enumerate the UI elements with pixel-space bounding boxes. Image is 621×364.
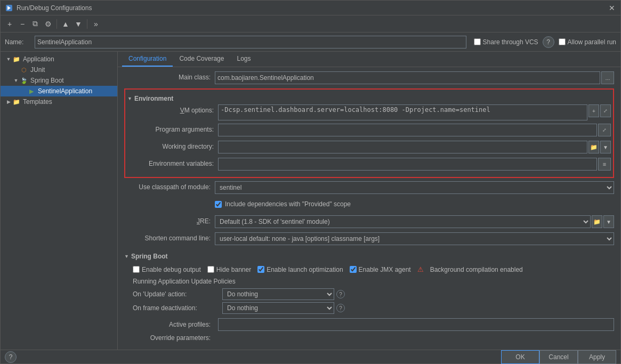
jre-select[interactable]: Default (1.8 - SDK of 'sentinel' module) (215, 215, 591, 228)
vm-options-fullscreen-button[interactable]: ⤢ (600, 104, 611, 117)
arrow-templates: ▶ (5, 99, 12, 104)
tab-logs[interactable]: Logs (230, 52, 257, 67)
debug-output-checkbox[interactable] (133, 266, 140, 273)
sidebar-item-templates[interactable]: ▶ 📁 Templates (1, 96, 117, 107)
cancel-button[interactable]: Cancel (539, 350, 578, 364)
vm-options-input[interactable]: -Dcsp.sentinel.dashboard.server=localhos… (218, 104, 587, 120)
close-button[interactable]: ✕ (608, 4, 616, 12)
arrow-application: ▼ (5, 56, 12, 62)
main-content: ▼ 📁 Application ⬡ JUnit ▼ 🍃 Spring Boot (1, 52, 620, 350)
frame-deactivation-help-icon[interactable]: ? (336, 304, 345, 312)
shorten-cmd-label: Shorten command line: (124, 232, 215, 242)
title-bar: Run/Debug Configurations ✕ (1, 1, 620, 15)
vm-options-control: -Dcsp.sentinel.dashboard.server=localhos… (218, 104, 611, 120)
main-class-label: Main class: (124, 71, 215, 81)
classpath-label: Use classpath of module: (124, 181, 215, 191)
sidebar-item-sentinel[interactable]: ▶ SentinelApplication (1, 86, 117, 96)
debug-output-label: Enable debug output (142, 266, 201, 273)
vm-options-row: VM options: -Dcsp.sentinel.dashboard.ser… (127, 104, 611, 120)
include-deps-checkbox[interactable] (215, 201, 222, 208)
jmx-agent-option[interactable]: Enable JMX agent (350, 266, 411, 273)
settings-button[interactable]: ⚙ (42, 18, 54, 30)
environment-header[interactable]: ▼ Environment (127, 92, 611, 104)
launch-opt-option[interactable]: Enable launch optimization (257, 266, 343, 273)
help-button[interactable]: ? (5, 351, 17, 363)
main-class-row: Main class: ... (124, 71, 614, 85)
include-deps-control: Include dependencies with "Provided" sco… (215, 200, 614, 208)
share-vcs-checkbox[interactable] (474, 38, 481, 45)
sidebar-item-junit[interactable]: ⬡ JUnit (1, 64, 117, 75)
frame-deactivation-select[interactable]: Do nothing (222, 302, 334, 314)
working-dir-folder-button[interactable]: 📁 (588, 141, 599, 153)
program-args-label: Program arguments: (127, 124, 218, 133)
toolbar: + − ⧉ ⚙ ▲ ▼ » (1, 15, 620, 33)
ok-button[interactable]: OK (501, 350, 539, 364)
sidebar: ▼ 📁 Application ⬡ JUnit ▼ 🍃 Spring Boot (1, 52, 118, 350)
working-dir-input[interactable] (218, 141, 587, 153)
allow-parallel-checkbox[interactable] (559, 38, 566, 45)
sidebar-item-application[interactable]: ▼ 📁 Application (1, 54, 117, 64)
env-vars-label: Environment variables: (127, 158, 218, 167)
active-profiles-input[interactable] (218, 318, 614, 331)
add-button[interactable]: + (4, 18, 15, 30)
sidebar-item-spring-boot[interactable]: ▼ 🍃 Spring Boot (1, 75, 117, 86)
frame-deactivation-row: On frame deactivation: Do nothing ? (133, 302, 614, 314)
frame-deactivation-select-wrap: Do nothing ? (222, 302, 345, 314)
up-button[interactable]: ▲ (60, 18, 71, 30)
jmx-agent-label: Enable JMX agent (359, 266, 411, 273)
program-args-input[interactable] (218, 124, 597, 136)
tab-configuration[interactable]: Configuration (122, 52, 173, 67)
main-class-browse-button[interactable]: ... (601, 71, 614, 84)
share-help-icon[interactable]: ? (543, 36, 554, 48)
arrow-spring-boot: ▼ (12, 78, 20, 83)
application-folder-icon: 📁 (12, 55, 21, 63)
share-vcs-label[interactable]: Share through VCS (474, 38, 538, 46)
sidebar-item-junit-label: JUnit (30, 66, 45, 74)
jre-control: Default (1.8 - SDK of 'sentinel' module)… (215, 215, 614, 228)
tab-code-coverage[interactable]: Code Coverage (173, 52, 230, 67)
jre-dropdown-button[interactable]: ▼ (603, 215, 614, 228)
right-panel: Configuration Code Coverage Logs Main cl… (118, 52, 620, 350)
debug-output-option[interactable]: Enable debug output (133, 266, 201, 273)
hide-banner-option[interactable]: Hide banner (207, 266, 251, 273)
copy-button[interactable]: ⧉ (29, 18, 41, 30)
apply-button[interactable]: Apply (578, 350, 616, 364)
program-args-expand-button[interactable]: ⤢ (598, 124, 611, 136)
vm-options-label: VM options: (127, 104, 218, 114)
hide-banner-checkbox[interactable] (207, 266, 214, 273)
main-class-input[interactable] (215, 71, 600, 84)
jre-folder-button[interactable]: 📁 (592, 215, 602, 228)
env-vars-row: Environment variables: ≡ (127, 158, 611, 172)
title-bar-title: Run/Debug Configurations (17, 4, 608, 12)
name-input[interactable] (35, 36, 466, 48)
frame-deactivation-label: On frame deactivation: (133, 304, 218, 312)
working-dir-dropdown-button[interactable]: ▼ (600, 141, 611, 153)
down-button[interactable]: ▼ (72, 18, 84, 30)
run-debug-dialog: Run/Debug Configurations ✕ + − ⧉ ⚙ ▲ ▼ »… (0, 0, 621, 364)
classpath-select[interactable]: sentinel (215, 181, 614, 194)
more-button[interactable]: » (90, 18, 102, 30)
sidebar-item-spring-boot-label: Spring Boot (30, 77, 64, 84)
spring-boot-header[interactable]: ▼ Spring Boot (124, 249, 614, 262)
name-row: Name: Share through VCS ? Allow parallel… (1, 33, 620, 52)
working-dir-control: 📁 ▼ (218, 141, 611, 153)
remove-button[interactable]: − (17, 18, 28, 30)
jmx-agent-checkbox[interactable] (350, 266, 357, 273)
sidebar-item-templates-label: Templates (23, 98, 52, 106)
name-label: Name: (5, 38, 31, 46)
shorten-cmd-select[interactable]: user-local default: none - java [options… (215, 232, 614, 245)
vm-options-expand-button[interactable]: + (588, 104, 599, 117)
update-action-select-wrap: Do nothing ? (222, 288, 345, 300)
env-vars-input[interactable] (218, 158, 597, 171)
allow-parallel-label[interactable]: Allow parallel run (559, 38, 616, 46)
environment-arrow-icon: ▼ (127, 96, 132, 101)
update-action-select[interactable]: Do nothing (222, 288, 334, 300)
launch-opt-checkbox[interactable] (257, 266, 264, 273)
update-action-help-icon[interactable]: ? (336, 290, 345, 298)
spring-boot-arrow-icon: ▼ (124, 254, 129, 259)
env-vars-control: ≡ (218, 158, 611, 171)
program-args-row: Program arguments: ⤢ (127, 124, 611, 137)
shorten-cmd-row: Shorten command line: user-local default… (124, 232, 614, 246)
env-vars-edit-button[interactable]: ≡ (598, 158, 611, 171)
classpath-row: Use classpath of module: sentinel (124, 181, 614, 195)
